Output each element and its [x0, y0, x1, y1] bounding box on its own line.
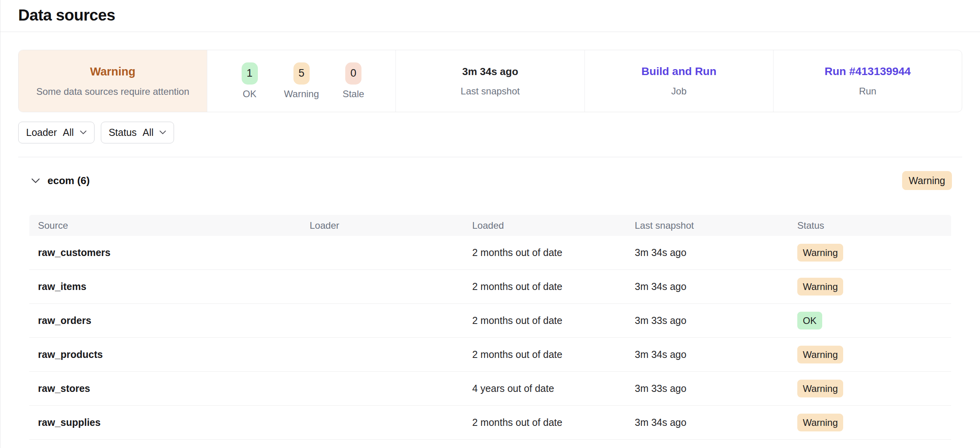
source-cell: raw_orders — [29, 315, 310, 326]
main-content: Warning Some data sources require attent… — [0, 50, 980, 440]
status-cell: Warning — [797, 244, 951, 262]
stale-count-pill: 0 — [345, 62, 361, 85]
table-row[interactable]: raw_stores 4 years out of date 3m 33s ag… — [29, 372, 951, 406]
source-cell: raw_supplies — [29, 417, 310, 428]
source-cell: raw_customers — [29, 247, 310, 258]
status-cell: Warning — [797, 346, 951, 364]
loader-filter-value: All — [63, 127, 74, 138]
chevron-down-icon — [31, 178, 40, 183]
status-cell: Warning — [797, 414, 951, 432]
count-warning: 5 Warning — [284, 62, 319, 100]
status-cell: Warning — [797, 278, 951, 296]
status-filter-dropdown[interactable]: Status All — [101, 122, 174, 143]
status-badge: OK — [797, 312, 822, 330]
last-snapshot-label: Last snapshot — [461, 86, 520, 97]
page-header: Data sources — [0, 0, 980, 32]
status-filter-name: Status — [109, 127, 137, 138]
status-badge: Warning — [797, 346, 843, 364]
table-header-row: Source Loader Loaded Last snapshot Statu… — [29, 215, 951, 236]
status-filter-value: All — [143, 127, 154, 138]
last-snapshot-cell: 3m 34s ago — [635, 247, 797, 258]
ok-count-label: OK — [243, 88, 257, 100]
status-cell: Warning — [797, 380, 951, 398]
summary-card: Warning Some data sources require attent… — [18, 50, 962, 112]
job-label: Job — [671, 86, 687, 97]
chevron-down-icon — [80, 130, 87, 135]
summary-last-snapshot-cell: 3m 34s ago Last snapshot — [395, 50, 584, 112]
status-badge: Warning — [797, 278, 843, 296]
table-row[interactable]: raw_orders 2 months out of date 3m 33s a… — [29, 304, 951, 338]
stale-count-label: Stale — [342, 88, 364, 100]
source-cell: raw_stores — [29, 383, 310, 394]
column-header-status: Status — [797, 220, 951, 231]
loaded-cell: 4 years out of date — [472, 383, 635, 394]
status-cell: OK — [797, 312, 951, 330]
table-row[interactable]: raw_items 2 months out of date 3m 34s ag… — [29, 270, 951, 304]
overall-status-description: Some data sources require attention — [36, 86, 189, 97]
warning-count-pill: 5 — [293, 62, 310, 85]
last-snapshot-value: 3m 34s ago — [462, 66, 518, 78]
warning-count-label: Warning — [284, 88, 319, 100]
loaded-cell: 2 months out of date — [472, 349, 635, 360]
count-ok: 1 OK — [236, 62, 263, 100]
last-snapshot-cell: 3m 34s ago — [635, 281, 797, 292]
summary-run-cell: Run #413139944 Run — [773, 50, 962, 112]
status-badge: Warning — [797, 244, 843, 262]
section-status-badge: Warning — [902, 171, 952, 190]
table-row[interactable]: raw_supplies 2 months out of date 3m 34s… — [29, 406, 951, 440]
loaded-cell: 2 months out of date — [472, 315, 635, 326]
summary-job-cell: Build and Run Job — [585, 50, 773, 112]
column-header-loaded: Loaded — [472, 220, 635, 231]
run-label: Run — [859, 86, 876, 97]
column-header-source: Source — [29, 220, 310, 231]
loaded-cell: 2 months out of date — [472, 281, 635, 292]
summary-counts-cell: 1 OK 5 Warning 0 Stale — [207, 50, 395, 112]
section-header-ecom: ecom (6) Warning — [18, 169, 962, 192]
summary-status-cell: Warning Some data sources require attent… — [19, 50, 207, 112]
data-sources-table: Source Loader Loaded Last snapshot Statu… — [29, 215, 951, 440]
last-snapshot-cell: 3m 33s ago — [635, 315, 797, 326]
status-badge: Warning — [797, 380, 843, 398]
overall-status-label: Warning — [90, 65, 136, 78]
table-row[interactable]: raw_customers 2 months out of date 3m 34… — [29, 236, 951, 270]
loader-filter-name: Loader — [26, 127, 57, 138]
section-title: ecom (6) — [47, 175, 90, 187]
loader-filter-dropdown[interactable]: Loader All — [18, 122, 95, 143]
chevron-down-icon — [159, 130, 166, 135]
source-cell: raw_items — [29, 281, 310, 292]
table-row[interactable]: raw_products 2 months out of date 3m 34s… — [29, 338, 951, 372]
run-link[interactable]: Run #413139944 — [825, 65, 911, 78]
ok-count-pill: 1 — [242, 62, 258, 85]
page-title: Data sources — [18, 6, 962, 24]
loaded-cell: 2 months out of date — [472, 417, 635, 428]
last-snapshot-cell: 3m 34s ago — [635, 349, 797, 360]
last-snapshot-cell: 3m 34s ago — [635, 417, 797, 428]
last-snapshot-cell: 3m 33s ago — [635, 383, 797, 394]
job-link[interactable]: Build and Run — [641, 65, 717, 78]
count-stale: 0 Stale — [340, 62, 367, 100]
column-header-last-snapshot: Last snapshot — [635, 220, 797, 231]
status-badge: Warning — [797, 414, 843, 432]
column-header-loader: Loader — [310, 220, 472, 231]
section-collapse-toggle[interactable]: ecom (6) — [31, 175, 90, 187]
source-cell: raw_products — [29, 349, 310, 360]
loaded-cell: 2 months out of date — [472, 247, 635, 258]
filters-row: Loader All Status All — [18, 122, 962, 157]
